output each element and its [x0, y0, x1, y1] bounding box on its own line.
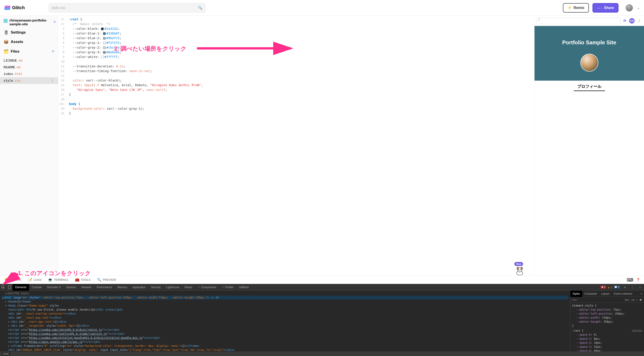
preview-tab-underline — [574, 90, 605, 91]
cls-toggle[interactable]: .cls — [630, 298, 636, 301]
hov-toggle[interactable]: :hov — [624, 298, 630, 301]
collapse-sidebar-button[interactable]: « — [54, 19, 56, 24]
file-menu-icon[interactable]: ⋮ — [51, 79, 54, 82]
toggle-sidebar-icon[interactable]: ▣ — [639, 298, 643, 301]
preview-button[interactable]: 🔍PREVIEW — [97, 278, 116, 282]
devtools-tab-console[interactable]: Console — [29, 284, 44, 290]
dom-line[interactable]: <div id="GOOGLE_INPUT_CHEXT_FLAG" style=… — [2, 348, 568, 352]
tools-button[interactable]: 🧰TOOLS — [75, 278, 91, 282]
svg-point-3 — [521, 267, 523, 270]
devtools-tab-memory[interactable]: Memory — [115, 284, 130, 290]
info-badge[interactable]: 💬 2 — [613, 286, 620, 289]
sidebar: « rhirayamaaan-portfolio-sample-site 🎚️ … — [0, 16, 58, 276]
keyboard-icon[interactable]: ⌨ — [627, 277, 633, 282]
inspect-element-icon[interactable] — [0, 284, 6, 290]
project-name-row[interactable]: rhirayamaaan-portfolio-sample-site — [0, 16, 58, 28]
project-icon — [4, 19, 8, 23]
code-editor[interactable]: 1▾2▾345678910111213141516171819▾2021 :ro… — [58, 16, 534, 276]
dom-line[interactable]: <div id="__react-overlay-container"></di… — [2, 312, 568, 316]
preview-tab[interactable]: プロフィール — [534, 80, 644, 90]
terminal-icon: 💻 — [48, 278, 52, 282]
code-content[interactable]: :root { /* basic colors */ --color-black… — [58, 16, 534, 116]
sidebar-assets[interactable]: 📦 Assets — [0, 37, 58, 46]
warning-badge[interactable]: ▲ 1 — [608, 286, 612, 288]
devtools-tab-profiler[interactable]: ⚛Profiler — [219, 284, 236, 290]
devtools-tab-recorder[interactable]: Recorder⚗ — [44, 284, 63, 290]
pause-icon[interactable]: ❚❚ — [629, 18, 634, 24]
device-toggle-icon[interactable] — [6, 284, 12, 290]
file-item[interactable]: index.html — [0, 70, 58, 77]
file-item[interactable]: README.md — [0, 64, 58, 70]
preview-pane: / ⟳ ❚❚ ⋮ Portfolio Sample Site プロフィール — [534, 16, 644, 276]
devtools-tab-adblock[interactable]: AdBlock — [236, 284, 252, 290]
devtools-tab-redux[interactable]: Redux — [182, 284, 195, 290]
preview-menu-icon[interactable]: ⋮ — [636, 18, 642, 24]
preview-toolbar: / ⟳ ❚❚ ⋮ — [534, 16, 644, 26]
devtools-close-icon[interactable]: ✕ — [637, 284, 643, 290]
dom-line[interactable]: ▾<body class="theme-sugar" style> — [2, 304, 568, 308]
dom-line[interactable]: ▸<div id="__react-app-root">…</div> — [2, 320, 568, 324]
chevron-down-icon[interactable]: ⌄ — [637, 6, 640, 10]
devtools-tab-application[interactable]: Application — [130, 284, 148, 290]
dom-line[interactable]: <script src="https://unpkg.com/jshint@2.… — [2, 328, 568, 332]
share-icon: ⬪⬪⬪ — [597, 6, 602, 10]
dom-line[interactable]: ▸<div id="__recaptcha" style="width: 0px… — [2, 324, 568, 328]
file-item[interactable]: LICENSE.md — [0, 57, 58, 64]
dom-line[interactable]: <script src="https://unpkg.com/stylelint… — [2, 336, 568, 340]
search-value: style.css — [52, 6, 198, 10]
styles-rules[interactable]: element.style { --editor-top-position: 7… — [570, 303, 644, 352]
devtools-tab-performance[interactable]: Performance — [94, 284, 115, 290]
styles-tabs-more-icon[interactable]: » — [639, 292, 644, 295]
preview-title: Portfolio Sample Site — [537, 40, 642, 46]
search-input[interactable]: style.css 🔍 — [48, 3, 205, 12]
devtools-tab-security[interactable]: Security — [148, 284, 163, 290]
devtools-tab-lighthouse[interactable]: Lighthouse — [164, 284, 182, 290]
styles-tab-event[interactable]: Event Listeners — [612, 290, 634, 297]
refresh-icon[interactable]: ⟳ — [622, 18, 628, 24]
styles-filter-input[interactable] — [572, 298, 624, 301]
devtools-tab-sources[interactable]: Sources — [63, 284, 78, 290]
styles-tab-styles[interactable]: Styles — [570, 290, 582, 297]
user-avatar[interactable] — [626, 4, 633, 12]
preview-avatar — [580, 54, 598, 72]
dom-html-selected[interactable]: …<html lang="en" style="--editor-top-pos… — [2, 296, 568, 300]
sidebar-settings[interactable]: 🎚️ Settings — [0, 28, 58, 37]
sidebar-files-header[interactable]: 🗂️ Files + — [0, 46, 58, 56]
status-button[interactable]: 😃STATUS — [4, 278, 22, 282]
mascot-icon — [514, 265, 525, 276]
devtools-tab-network[interactable]: Network — [78, 284, 94, 290]
devtools-breadcrumb[interactable]: html — [0, 352, 644, 356]
elements-tree[interactable]: <!DOCTYPE html> …<html lang="en" style="… — [0, 290, 570, 352]
terminal-button[interactable]: 💻TERMINAL — [48, 278, 69, 282]
error-badge[interactable]: ✖ 3 — [600, 286, 606, 289]
svg-rect-10 — [8, 286, 10, 289]
logo[interactable]: Glitch — [4, 5, 25, 10]
dom-line[interactable]: <script src="https://apis.google.com/js/… — [2, 340, 568, 344]
dom-line[interactable]: ▸<iframe frameborder="0" scrolling="no" … — [2, 344, 568, 348]
share-button[interactable]: ⬪⬪⬪ Share — [592, 3, 618, 12]
preview-icon: 🔍 — [97, 278, 102, 282]
devtools-settings-icon[interactable]: ⚙ — [622, 284, 628, 290]
add-file-button[interactable]: + — [52, 49, 54, 54]
file-list: LICENSE.md README.md index.html style.cs… — [0, 56, 58, 85]
devtools-tab-elements[interactable]: Elements — [12, 284, 29, 290]
remix-button[interactable]: ⚡ Remix — [563, 3, 589, 12]
status-icon: 😃 — [4, 278, 9, 282]
devtools-tab-components[interactable]: ⚛Components — [195, 284, 219, 290]
add-rule-icon[interactable]: + — [636, 298, 639, 301]
dom-line[interactable]: ▸<head>…</head> — [2, 300, 568, 304]
help-icon[interactable]: ? — [637, 277, 640, 282]
search-icon: 🔍 — [198, 6, 202, 10]
preview-content[interactable]: Portfolio Sample Site プロフィール — [534, 26, 644, 276]
dom-line[interactable]: <div id="__react-pop-root"></div> — [2, 316, 568, 320]
dom-line[interactable]: <noscript> <h1>To use Glitch, please ena… — [2, 308, 568, 312]
logo-text: Glitch — [12, 5, 25, 10]
lightning-icon: ⚡ — [568, 6, 572, 10]
file-item-active[interactable]: style.css ⋮ — [0, 77, 58, 84]
styles-tab-computed[interactable]: Computed — [582, 290, 599, 297]
logs-button[interactable]: 📝LOGS — [28, 278, 42, 282]
preview-url-input[interactable]: / — [537, 18, 620, 24]
dom-line[interactable]: <script src="https://unpkg.com/jsonlint@… — [2, 332, 568, 336]
devtools-menu-icon[interactable]: ⋮ — [629, 284, 636, 290]
styles-tab-layout[interactable]: Layout — [599, 290, 612, 297]
